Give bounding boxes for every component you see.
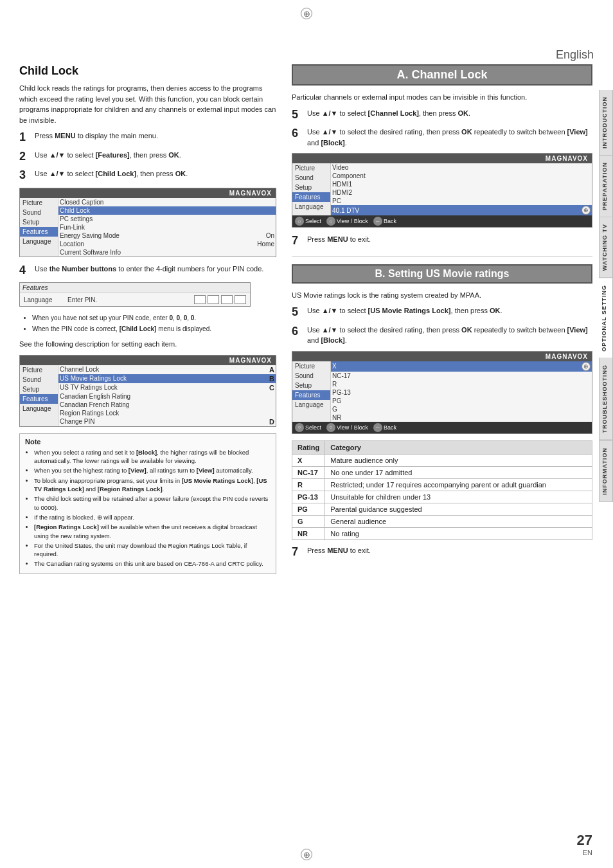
section-a-intro: Particular channels or external input mo…	[292, 92, 592, 103]
table-row: PG Parental guidance suggested	[292, 503, 592, 515]
category-pg13: Unsuitable for children under 13	[325, 491, 592, 503]
menu-box-1: MAGNAVOX Picture Sound Setup Features La…	[19, 188, 276, 257]
right-step-7b-number: 7	[292, 545, 303, 559]
step-2: 2 Use ▲/▼ to select [Features], then pre…	[19, 150, 276, 164]
pin-row: Language Enter PIN.	[20, 293, 250, 306]
menu-b-footer: ○Select ○View / Block ←Back	[292, 422, 592, 433]
note-1: When you select a rating and set it to […	[34, 448, 271, 466]
rating-x: X	[292, 454, 325, 466]
child-lock-intro: Child lock reads the ratings for program…	[19, 83, 276, 125]
menu2-cat-setup: Setup	[20, 384, 58, 394]
footer-b-view-block-btn: ○View / Block	[326, 423, 368, 432]
rating-nc17: NC-17	[292, 466, 325, 478]
menu-a-item-component: Component	[331, 172, 592, 180]
menu1-cat-language: Language	[20, 237, 58, 246]
menu-a-header: MAGNAVOX	[292, 154, 592, 163]
side-tab-introduction[interactable]: INTRODUCTION	[599, 90, 613, 156]
step-2-text: Use ▲/▼ to select [Features], then press…	[35, 150, 276, 161]
rating-r: R	[292, 478, 325, 491]
menu-a-item-pc: PC	[331, 197, 592, 205]
menu-box-2: MAGNAVOX Picture Sound Setup Features La…	[19, 355, 276, 427]
pin-field-1[interactable]	[194, 295, 206, 304]
note-6: [Region Ratings Lock] will be available …	[34, 523, 271, 540]
table-row: G General audience	[292, 515, 592, 527]
left-column: Child Lock Child lock reads the ratings …	[19, 64, 276, 836]
menu1-item-software: Current Software Info	[58, 248, 276, 257]
step-1: 1 Press MENU to display the main menu.	[19, 131, 276, 145]
step-3-text: Use ▲/▼ to select [Child Lock], then pre…	[35, 168, 276, 179]
menu-box-a: MAGNAVOX Picture Sound Setup Features La…	[292, 153, 592, 228]
menu-a-cat-picture: Picture	[292, 163, 331, 173]
menu-a-item-hdmi1: HDMI1	[331, 180, 592, 188]
side-tab-information[interactable]: INFORMATION	[599, 440, 613, 502]
right-step-5: 5 Use ▲/▼ to select [Channel Lock], then…	[292, 108, 592, 122]
side-tab-watching-tv[interactable]: WATCHING TV	[599, 217, 613, 278]
pin-bullet-1: When you have not set up your PIN code, …	[32, 313, 276, 323]
side-tab-preparation[interactable]: PREPARATION	[599, 156, 613, 217]
right-step-7b: 7 Press MENU to exit.	[292, 545, 592, 559]
pin-field-3[interactable]	[221, 295, 233, 304]
rating-nr: NR	[292, 527, 325, 539]
language-label: English	[556, 48, 594, 62]
note-8: The Canadian rating systems on this unit…	[34, 559, 271, 568]
menu2-item-change-pin: Change PIND	[58, 417, 276, 426]
step-3: 3 Use ▲/▼ to select [Child Lock], then p…	[19, 168, 276, 183]
footer-back-btn: ←Back	[373, 217, 396, 226]
step-1-number: 1	[19, 131, 31, 145]
menu2-header: MAGNAVOX	[20, 356, 276, 365]
page-en: EN	[583, 849, 592, 856]
menu-b-cat-sound: Sound	[292, 371, 331, 381]
side-tabs: INTRODUCTION PREPARATION WATCHING TV OPT…	[599, 90, 613, 502]
note-5: If the rating is blocked, ⊕ will appear.	[34, 513, 271, 521]
pin-fields	[194, 295, 246, 304]
pin-field-2[interactable]	[208, 295, 219, 304]
right-step-6-number: 6	[292, 127, 303, 141]
right-step-5-text: Use ▲/▼ to select [Channel Lock], then p…	[307, 108, 592, 119]
menu-b-item-x: X⊕	[331, 361, 592, 372]
menu-b-cat-features: Features	[292, 390, 331, 400]
note-4: The child lock setting will be retained …	[34, 494, 271, 512]
menu2-item-ca-english: Canadian English Rating	[58, 392, 276, 401]
pin-bullet-2: When the PIN code is correct, [Child Loc…	[32, 324, 276, 334]
category-g: General audience	[325, 515, 592, 527]
menu1-cat-setup: Setup	[20, 217, 58, 227]
menu-a-cat-features: Features	[292, 192, 331, 202]
menu-b-cat-picture: Picture	[292, 361, 331, 371]
menu-a-item-video: Video	[331, 163, 592, 172]
menu1-item-closed-caption: Closed Caption	[58, 198, 276, 206]
right-step-6: 6 Use ▲/▼ to select the desired rating, …	[292, 127, 592, 148]
table-row: R Restricted; under 17 requires accompan…	[292, 478, 592, 491]
right-step-5b-text: Use ▲/▼ to select [US Movie Ratings Lock…	[307, 305, 592, 316]
page-number: 27	[577, 832, 592, 849]
main-content: Child Lock Child lock reads the ratings …	[19, 64, 592, 836]
footer-b-select-btn: ○Select	[295, 423, 321, 432]
note-list: When you select a rating and set it to […	[25, 448, 271, 568]
see-text: See the following description for settin…	[19, 339, 276, 350]
note-2: When you set the highest rating to [View…	[34, 466, 271, 475]
table-row: X Mature audience only	[292, 454, 592, 466]
category-nr: No rating	[325, 527, 592, 539]
side-tab-optional-setting[interactable]: OPTIONAL SETTING	[599, 278, 613, 359]
right-step-5-number: 5	[292, 108, 303, 122]
right-step-6-text: Use ▲/▼ to select the desired rating, th…	[307, 127, 592, 148]
table-row: NC-17 No one under 17 admitted	[292, 466, 592, 478]
section-b-title: B. Setting US Movie ratings	[292, 264, 592, 284]
table-row: PG-13 Unsuitable for children under 13	[292, 491, 592, 503]
right-step-6b-text: Use ▲/▼ to select the desired rating, th…	[307, 325, 592, 346]
menu-b-item-nc17: NC-17	[331, 372, 592, 380]
note-3: To block any inappropriate programs, set…	[34, 476, 271, 494]
step-3-number: 3	[19, 168, 31, 183]
menu-b-item-g: G	[331, 405, 592, 413]
right-step-6b: 6 Use ▲/▼ to select the desired rating, …	[292, 325, 592, 346]
rating-pg13: PG-13	[292, 491, 325, 503]
menu1-item-child-lock: Child Lock	[58, 206, 276, 215]
child-lock-title: Child Lock	[19, 64, 276, 78]
pin-field-4[interactable]	[235, 295, 246, 304]
menu1-item-pc-settings: PC settings	[58, 215, 276, 223]
menu2-cat-picture: Picture	[20, 365, 58, 375]
right-step-7-number: 7	[292, 234, 303, 248]
pin-bullets: When you have not set up your PIN code, …	[24, 313, 276, 334]
step-1-text: Press MENU to display the main menu.	[35, 131, 276, 141]
x-icon: ⊕	[582, 362, 591, 371]
side-tab-troubleshooting[interactable]: TROUBLESHOOTING	[599, 358, 613, 440]
